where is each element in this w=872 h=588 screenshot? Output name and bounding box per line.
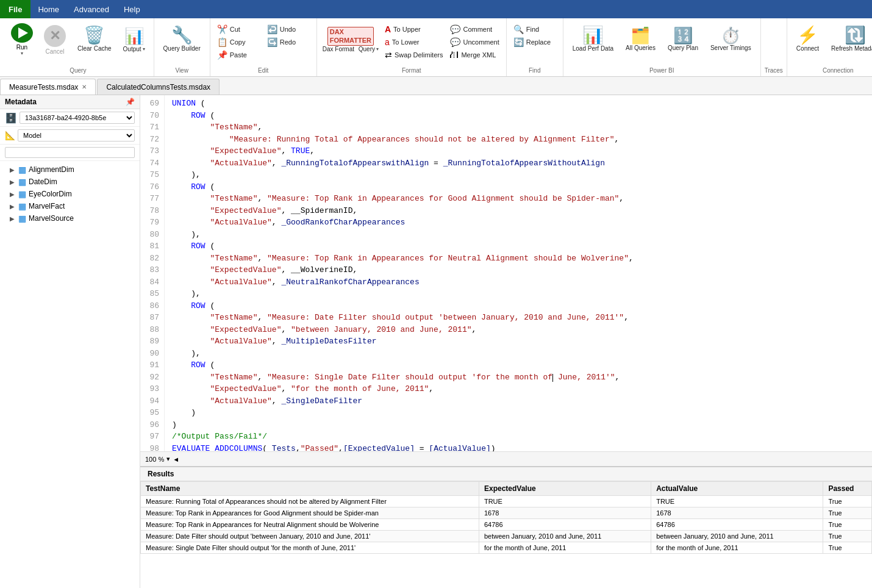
tab-calculated-columns[interactable]: CalculatedColumnsTests.msdax	[97, 79, 220, 95]
output-icon: 📊	[124, 27, 144, 46]
cell-expectedvalue: 1678	[479, 507, 651, 519]
ribbon-view-buttons: 🔧 Query Builder	[158, 21, 206, 66]
swap-delimiters-button[interactable]: ⇄ Swap Delimiters	[382, 49, 446, 61]
menu-file[interactable]: File	[0, 0, 30, 18]
cell-testname: Measure: Running Total of Appearances sh…	[141, 496, 479, 507]
tree-item-marvel-fact[interactable]: ▶ ▦ MarvelFact	[0, 200, 140, 212]
cell-testname: Measure: Top Rank in Appearances for Neu…	[141, 519, 479, 531]
all-queries-button[interactable]: 🗂️ All Queries	[620, 21, 661, 59]
results-panel: Results TestNameExpectedValueActualValue…	[140, 466, 872, 588]
uncomment-label: Uncomment	[463, 38, 499, 46]
load-perf-data-button[interactable]: 📊 Load Perf Data	[567, 21, 619, 59]
zoom-bar: 100 % ▾ ◄	[140, 451, 872, 466]
to-upper-label: To Upper	[393, 26, 421, 33]
cancel-button[interactable]: ✕ Cancel	[39, 21, 71, 59]
find-button[interactable]: 🔍 Find	[510, 23, 559, 35]
connection-group-label: Connection	[823, 66, 854, 74]
output-button[interactable]: 📊 Output ▾	[118, 21, 150, 59]
undo-button[interactable]: ↩️ Undo	[264, 23, 313, 35]
merge-xml-icon: ⛙	[450, 50, 459, 60]
paste-button[interactable]: 📌 Paste	[214, 49, 263, 61]
dax-format-button[interactable]: DAXFORMATTER Dax Format Query ▾	[321, 21, 381, 59]
table-row: Measure: Running Total of Appearances sh…	[141, 496, 872, 507]
copy-button[interactable]: 📋 Copy	[214, 36, 263, 48]
col-header-passed: Passed	[823, 482, 872, 496]
tree-item-marvel-source[interactable]: ▶ ▦ MarvelSource	[0, 212, 140, 224]
run-button[interactable]: Run ▾	[6, 21, 38, 59]
cell-passed: True	[823, 531, 872, 542]
merge-xml-button[interactable]: ⛙ Merge XML	[447, 49, 502, 61]
replace-label: Replace	[526, 38, 551, 46]
output-label: Output ▾	[123, 46, 145, 52]
tree-label-marvel-fact: MarvelFact	[29, 202, 65, 210]
tree-label-date-dim: DateDim	[29, 177, 57, 186]
search-box	[0, 145, 140, 161]
redo-button[interactable]: ↪️ Redo	[264, 36, 313, 48]
tree-item-alignment-dim[interactable]: ▶ ▦ AlignmentDim	[0, 163, 140, 176]
table-icon-eye: ▦	[18, 189, 26, 199]
load-perf-label: Load Perf Data	[573, 45, 613, 52]
to-lower-button[interactable]: a To Lower	[382, 36, 446, 48]
query-builder-icon: 🔧	[171, 27, 193, 44]
tab-measure-tests[interactable]: MeasureTests.msdax ✕	[0, 79, 96, 95]
cell-actualvalue: for the month of June, 2011	[651, 542, 823, 554]
menu-bar: File Home Advanced Help	[0, 0, 872, 18]
dax-logo-icon: DAXFORMATTER	[327, 27, 374, 45]
cut-button[interactable]: ✂️ Cut	[214, 23, 263, 35]
cancel-icon: ✕	[44, 25, 66, 47]
clear-cache-label: Clear Cache	[77, 45, 112, 52]
results-header: Results	[140, 467, 872, 481]
run-chevron-icon: ▾	[21, 51, 23, 56]
cell-expectedvalue: for the month of June, 2011	[479, 542, 651, 554]
menu-help[interactable]: Help	[116, 0, 148, 18]
results-table-wrap[interactable]: TestNameExpectedValueActualValuePassed M…	[140, 481, 872, 588]
tab-bar: MeasureTests.msdax ✕ CalculatedColumnsTe…	[0, 77, 872, 95]
tree-toggle-icon-source: ▶	[10, 215, 16, 222]
cell-testname: Measure: Date Filter should output 'betw…	[141, 531, 479, 542]
cell-actualvalue: 64786	[651, 519, 823, 531]
tab-measure-tests-close[interactable]: ✕	[82, 84, 87, 90]
connect-label: Connect	[796, 45, 819, 52]
menu-advanced[interactable]: Advanced	[66, 0, 116, 18]
code-content[interactable]: UNION ( ROW ( "TestName", "Measure: Runn…	[165, 95, 872, 451]
to-upper-icon: A	[385, 24, 391, 34]
replace-button[interactable]: 🔄 Replace	[510, 36, 559, 48]
format-col: A To Upper a To Lower ⇄ Swap Delimiters	[382, 21, 446, 61]
sidebar-pin-icon[interactable]: 📌	[126, 98, 135, 106]
zoom-dropdown-icon[interactable]: ▾	[166, 455, 170, 463]
ribbon-group-find: 🔍 Find 🔄 Replace Find	[507, 18, 563, 76]
swap-label: Swap Delimiters	[395, 51, 443, 59]
cell-passed: True	[823, 507, 872, 519]
search-input[interactable]	[5, 147, 135, 158]
uncomment-icon: 💬	[450, 37, 460, 47]
ribbon-group-edit: ✂️ Cut 📋 Copy 📌 Paste ↩️ Undo ↪️	[210, 18, 317, 76]
server-timings-button[interactable]: ⏱️ Server Timings	[705, 21, 757, 59]
code-editor[interactable]: 6970717273747576777879808182838485868788…	[140, 95, 872, 451]
tree-item-date-dim[interactable]: ▶ ▦ DateDim	[0, 176, 140, 188]
connect-icon: ⚡	[797, 27, 818, 44]
menu-home[interactable]: Home	[30, 0, 66, 18]
cell-expectedvalue: between January, 2010 and June, 2011	[479, 531, 651, 542]
view-group-label: View	[175, 66, 188, 74]
query-builder-button[interactable]: 🔧 Query Builder	[158, 21, 206, 59]
clear-cache-button[interactable]: 🗑️ Clear Cache	[72, 21, 117, 59]
table-row: Measure: Top Rank in Appearances for Neu…	[141, 519, 872, 531]
cut-label: Cut	[230, 26, 240, 33]
run-icon	[11, 23, 33, 43]
connect-button[interactable]: ⚡ Connect	[791, 21, 824, 59]
ribbon: Run ▾ ✕ Cancel 🗑️ Clear Cache 📊 Output ▾	[0, 18, 872, 77]
query-plan-button[interactable]: 🔢 Query Plan	[662, 21, 704, 59]
tree-item-eye-color-dim[interactable]: ▶ ▦ EyeColorDim	[0, 188, 140, 200]
db-selector: 🗄️ 13a31687-ba24-4920-8b5e	[0, 109, 140, 127]
run-label: Run	[16, 44, 27, 51]
output-chevron-icon: ▾	[143, 46, 145, 52]
to-upper-button[interactable]: A To Upper	[382, 23, 446, 35]
model-dropdown[interactable]: Model	[18, 129, 135, 142]
refresh-metadata-label: Refresh Metadata	[831, 45, 872, 52]
col-header-expectedvalue: ExpectedValue	[479, 482, 651, 496]
database-dropdown[interactable]: 13a31687-ba24-4920-8b5e	[20, 112, 135, 124]
sidebar-header: Metadata 📌	[0, 95, 140, 109]
refresh-metadata-button[interactable]: 🔃 Refresh Metadata	[826, 21, 872, 59]
comment-button[interactable]: 💬 Comment	[447, 23, 502, 35]
uncomment-button[interactable]: 💬 Uncomment	[447, 36, 502, 48]
